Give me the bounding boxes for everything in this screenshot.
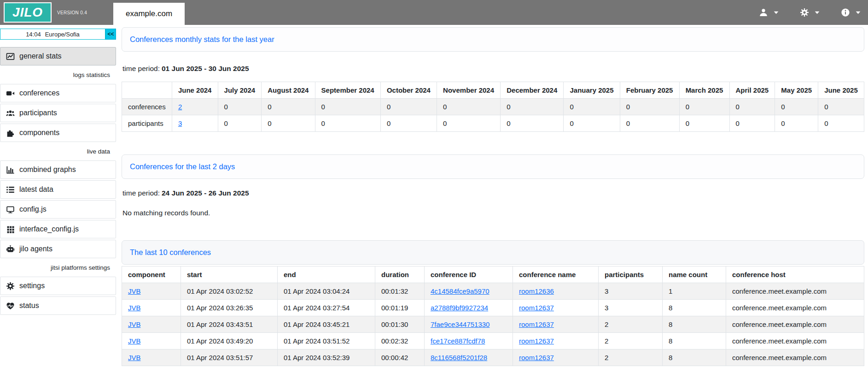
cell-june-2024: 2: [172, 99, 218, 115]
section-monthly-stats: Conferences monthly stats for the last y…: [122, 27, 864, 132]
conference-id-link[interactable]: fce17ce887fcdf78: [431, 337, 485, 345]
conference-name-link[interactable]: room12636: [519, 287, 554, 295]
sidebar-item-label: general stats: [19, 52, 62, 60]
cell-name-count: 8: [663, 333, 726, 349]
sidebar-item-label: combined graphs: [19, 166, 76, 174]
cell-conference-name: room12637: [513, 300, 599, 316]
cell-december-2024: 0: [501, 115, 564, 132]
conference-id-link[interactable]: a2788f9bf9927234: [431, 304, 488, 312]
participants-icon: [6, 109, 15, 118]
cell-end: 01 Apr 2024 03:04:24: [278, 283, 375, 300]
column-header-august-2024: August 2024: [262, 82, 315, 99]
settings-menu-button[interactable]: [800, 8, 820, 17]
monthly-stats-table: June 2024July 2024August 2024September 2…: [122, 82, 864, 132]
time-period-value: 01 Jun 2025 - 30 Jun 2025: [162, 65, 249, 72]
table-row: JVB01 Apr 2024 03:51:5701 Apr 2024 03:52…: [122, 349, 864, 366]
topbar: JILO VERSION 0.4 example.com: [0, 0, 868, 25]
sidebar-collapse-button[interactable]: <<: [105, 29, 116, 40]
empty-records-message: No matching records found.: [122, 209, 864, 217]
cell-april-2025: 0: [729, 115, 775, 132]
tab-platform[interactable]: example.com: [113, 3, 185, 25]
cell-conference-host: conference.meet.example.com: [726, 283, 864, 300]
gear-icon: [800, 8, 809, 17]
time-period-value: 24 Jun 2025 - 26 Jun 2025: [162, 189, 249, 197]
cell-august-2024: 0: [262, 99, 315, 115]
conference-id-link[interactable]: 4c14584fce9a5970: [431, 287, 489, 295]
cell-participants: 2: [599, 316, 663, 333]
column-header-june-2024: June 2024: [172, 82, 218, 99]
cell-participants: 2: [599, 349, 663, 366]
cell-february-2025: 0: [620, 99, 679, 115]
component-link[interactable]: JVB: [128, 304, 141, 312]
section-title-last-2-days: Conferences for the last 2 days: [122, 154, 864, 179]
sidebar-item-combined-graphs[interactable]: combined graphs: [0, 160, 116, 179]
sidebar: 14:04 Europe/Sofia << general statslogs …: [0, 25, 116, 373]
component-link[interactable]: JVB: [128, 337, 141, 345]
clock-time: 14:04: [26, 31, 41, 38]
conference-id-link[interactable]: 8c116568f5201f28: [431, 354, 487, 361]
cell-component: JVB: [122, 333, 181, 349]
column-header-end: end: [278, 266, 375, 283]
component-link[interactable]: JVB: [128, 354, 141, 361]
sidebar-item-status[interactable]: status: [0, 296, 116, 315]
cell-conference-id: a2788f9bf9927234: [425, 300, 513, 316]
cell-name-count: 8: [663, 300, 726, 316]
cell-start: 01 Apr 2024 03:51:57: [181, 349, 278, 366]
cell-may-2025: 0: [775, 115, 818, 132]
conference-name-link[interactable]: room12637: [519, 304, 554, 312]
cell-june-2025: 0: [818, 115, 864, 132]
sidebar-item-jilo-agents[interactable]: jilo agents: [0, 240, 116, 258]
cell-january-2025: 0: [564, 99, 620, 115]
june-2024-link[interactable]: 2: [178, 103, 182, 111]
table-row: conferences2000000000000: [122, 99, 864, 115]
cell-june-2024: 3: [172, 115, 218, 132]
cell-row-label: conferences: [122, 99, 172, 115]
cell-conference-name: room12637: [513, 349, 599, 366]
sidebar-item-label: status: [19, 302, 39, 310]
user-menu-button[interactable]: [759, 8, 779, 17]
bar-chart-icon: [6, 166, 15, 174]
sidebar-item-general-stats[interactable]: general stats: [0, 47, 116, 65]
conference-name-link[interactable]: room12637: [519, 320, 554, 328]
sidebar-item-settings[interactable]: settings: [0, 277, 116, 295]
column-header-empty: [122, 82, 172, 99]
info-menu-button[interactable]: [841, 8, 861, 17]
cell-march-2025: 0: [679, 99, 729, 115]
chevron-down-icon: [815, 11, 820, 14]
table-row: JVB01 Apr 2024 03:26:3501 Apr 2024 03:27…: [122, 300, 864, 316]
robot-icon: [6, 245, 15, 254]
app-logo[interactable]: JILO: [4, 2, 52, 23]
sidebar-item-latest-data[interactable]: latest data: [0, 180, 116, 199]
cell-participants: 3: [599, 300, 663, 316]
cell-duration: 00:01:32: [375, 283, 425, 300]
sidebar-item-interface-config-js[interactable]: interface_config.js: [0, 220, 116, 238]
time-period-label: time period:: [122, 65, 160, 72]
column-header-april-2025: April 2025: [729, 82, 775, 99]
sidebar-item-participants[interactable]: participants: [0, 104, 116, 122]
conference-name-link[interactable]: room12637: [519, 354, 554, 361]
sidebar-item-config-js[interactable]: config.js: [0, 200, 116, 219]
sidebar-item-conferences[interactable]: conferences: [0, 84, 116, 102]
cell-september-2024: 0: [315, 115, 380, 132]
june-2024-link[interactable]: 3: [178, 119, 182, 127]
cell-july-2024: 0: [218, 115, 262, 132]
cell-name-count: 1: [663, 283, 726, 300]
video-camera-icon: [6, 89, 15, 98]
component-link[interactable]: JVB: [128, 287, 141, 295]
component-link[interactable]: JVB: [128, 320, 141, 328]
sidebar-item-components[interactable]: components: [0, 124, 116, 142]
conference-id-link[interactable]: 7fae9ce344751330: [431, 320, 489, 328]
app-window: JILO VERSION 0.4 example.com 14:04 Eur: [0, 0, 868, 373]
info-icon: [841, 8, 850, 17]
conference-name-link[interactable]: room12637: [519, 337, 554, 345]
sidebar-section-label-live-data: live data: [0, 148, 116, 155]
cell-name-count: 8: [663, 316, 726, 333]
section-last-10-conferences: The last 10 conferences componentstarten…: [122, 240, 864, 366]
puzzle-icon: [6, 129, 15, 137]
cell-november-2024: 0: [437, 99, 501, 115]
line-chart-icon: [6, 52, 15, 61]
table-row: JVB01 Apr 2024 03:43:5101 Apr 2024 03:45…: [122, 316, 864, 333]
cell-component: JVB: [122, 283, 181, 300]
sidebar-item-label: components: [19, 129, 59, 137]
column-header-october-2024: October 2024: [380, 82, 437, 99]
